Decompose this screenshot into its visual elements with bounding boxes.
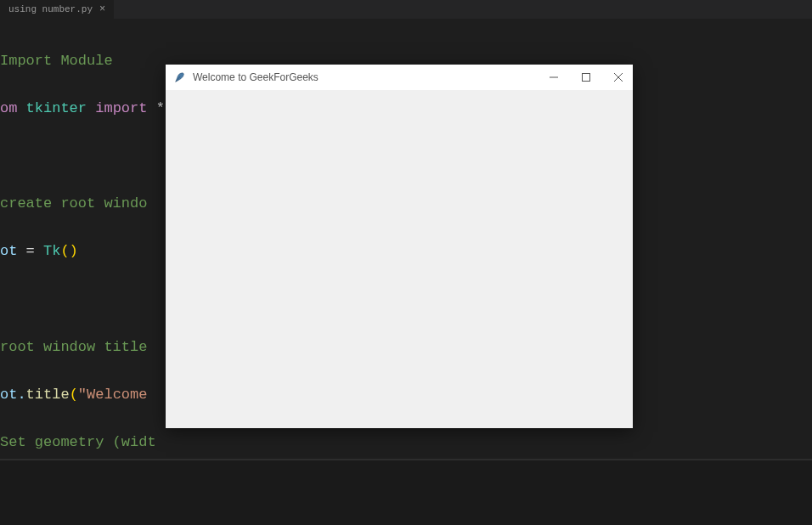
code-keyword: om — [0, 100, 17, 116]
window-titlebar[interactable]: Welcome to GeekForGeeks — [166, 65, 633, 90]
editor-tab[interactable]: using number.py × — [0, 0, 115, 19]
code-module: tkinter — [26, 100, 87, 116]
tkinter-window[interactable]: Welcome to GeekForGeeks — [166, 65, 633, 428]
code-string: "Welcome — [78, 387, 156, 403]
feather-icon — [174, 71, 186, 83]
code-paren: () — [60, 243, 77, 259]
code-method: title — [26, 387, 70, 403]
code-equals: = — [17, 243, 43, 259]
code-star: * — [156, 100, 165, 116]
minimize-button[interactable] — [548, 71, 560, 83]
editor-tab-bar: using number.py × — [0, 0, 812, 19]
bottom-panel — [0, 459, 812, 525]
code-comment: Set geometry (widt — [0, 434, 156, 450]
window-controls — [548, 71, 624, 83]
code-comment: root window title — [0, 339, 147, 355]
code-comment: create root windo — [0, 195, 147, 212]
window-title: Welcome to GeekForGeeks — [193, 71, 319, 83]
window-body — [166, 90, 633, 428]
close-icon[interactable]: × — [99, 3, 105, 15]
close-button[interactable] — [612, 71, 624, 83]
maximize-button[interactable] — [580, 71, 592, 83]
tab-filename: using number.py — [8, 4, 93, 14]
code-var: ot. — [0, 387, 26, 403]
code-paren: ( — [70, 387, 78, 403]
titlebar-left: Welcome to GeekForGeeks — [174, 71, 319, 83]
code-class: Tk — [43, 243, 60, 259]
code-keyword: import — [95, 100, 147, 116]
code-comment: Import Module — [0, 53, 113, 69]
svg-rect-2 — [583, 74, 590, 82]
code-var: ot — [0, 243, 17, 259]
